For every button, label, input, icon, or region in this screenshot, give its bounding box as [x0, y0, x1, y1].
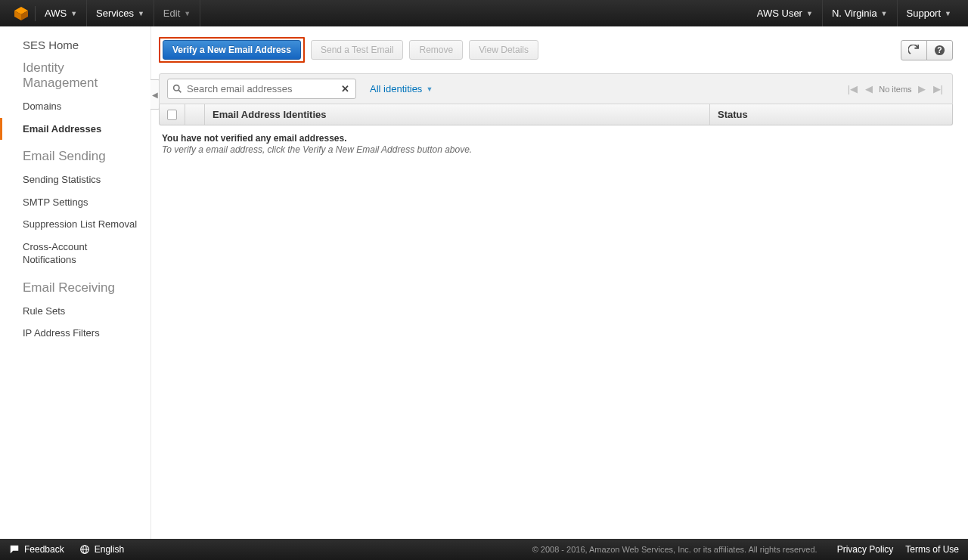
user-menu-label: AWS User	[757, 8, 802, 19]
page-last-icon[interactable]: ▶|	[932, 83, 945, 94]
svg-text:?: ?	[937, 46, 942, 54]
caret-down-icon: ▼	[70, 10, 77, 17]
help-icon: ?	[934, 45, 945, 56]
search-box[interactable]: ✕	[167, 79, 356, 99]
page-prev-icon[interactable]: ◀	[864, 83, 874, 94]
highlight-box: Verify a New Email Address	[159, 37, 305, 63]
sidebar-item-ip-filters[interactable]: IP Address Filters	[0, 322, 150, 345]
filter-bar: ✕ All identities ▼ |◀ ◀ No items ▶ ▶|	[159, 73, 953, 104]
sidebar-heading-receiving: Email Receiving	[0, 271, 150, 300]
caret-down-icon: ▼	[138, 10, 144, 17]
caret-down-icon: ▼	[426, 85, 433, 93]
table-header-gap	[185, 104, 205, 125]
edit-menu[interactable]: Edit▼	[154, 0, 200, 26]
content-pane: Verify a New Email Address Send a Test E…	[151, 26, 968, 539]
pager: |◀ ◀ No items ▶ ▶|	[846, 83, 945, 94]
sidebar-ses-home[interactable]: SES Home	[0, 34, 88, 56]
edit-menu-label: Edit	[163, 8, 180, 19]
support-menu[interactable]: Support▼	[898, 0, 960, 26]
action-toolbar: Verify a New Email Address Send a Test E…	[159, 37, 953, 63]
sidebar-item-rule-sets[interactable]: Rule Sets	[0, 300, 150, 323]
sidebar-item-sending-stats[interactable]: Sending Statistics	[0, 169, 150, 191]
top-navigation: AWS▼ Services▼ Edit▼ AWS User▼ N. Virgin…	[0, 0, 968, 26]
privacy-link[interactable]: Privacy Policy	[837, 544, 894, 555]
footer: Feedback English © 2008 - 2016, Amazon W…	[0, 539, 968, 560]
globe-icon	[79, 544, 90, 555]
sidebar-item-email-addresses[interactable]: Email Addresses	[0, 118, 150, 141]
help-button[interactable]: ?	[926, 40, 953, 60]
feedback-icon	[9, 544, 20, 555]
page-next-icon[interactable]: ▶	[917, 83, 927, 94]
copyright-text: © 2008 - 2016, Amazon Web Services, Inc.…	[532, 545, 818, 554]
page-first-icon[interactable]: |◀	[846, 83, 859, 94]
terms-link[interactable]: Terms of Use	[905, 544, 959, 555]
identity-filter-dropdown[interactable]: All identities ▼	[370, 83, 433, 94]
column-email-identities[interactable]: Email Address Identities	[205, 104, 710, 125]
region-menu-label: N. Virginia	[832, 8, 877, 19]
aws-menu[interactable]: AWS▼	[36, 0, 87, 26]
checkbox-icon	[167, 110, 177, 120]
caret-down-icon: ▼	[806, 10, 813, 17]
select-all-checkbox[interactable]	[160, 104, 185, 125]
feedback-link[interactable]: Feedback	[24, 544, 64, 555]
svg-line-6	[178, 90, 181, 92]
caret-down-icon: ▼	[881, 10, 888, 17]
column-status[interactable]: Status	[710, 104, 952, 125]
sidebar-heading-sending: Email Sending	[0, 140, 150, 169]
empty-state: You have not verified any email addresse…	[159, 125, 953, 162]
sidebar-item-cross-account[interactable]: Cross-Account Notifications	[0, 236, 150, 271]
sidebar-item-suppression[interactable]: Suppression List Removal	[0, 213, 150, 236]
empty-line2: To verify a email address, click the Ver…	[162, 144, 950, 155]
sidebar-heading-identity: Identity Management	[0, 51, 150, 95]
table-header: Email Address Identities Status	[159, 104, 953, 125]
clear-search-icon[interactable]: ✕	[340, 83, 351, 94]
empty-line1: You have not verified any email addresse…	[162, 133, 950, 144]
aws-cube-icon	[14, 6, 29, 21]
search-input[interactable]	[184, 81, 340, 97]
services-menu-label: Services	[96, 8, 134, 19]
view-details-button[interactable]: View Details	[469, 40, 538, 60]
region-menu[interactable]: N. Virginia▼	[823, 0, 898, 26]
identity-filter-label: All identities	[370, 83, 422, 94]
sidebar-item-domains[interactable]: Domains	[0, 95, 150, 118]
services-menu[interactable]: Services▼	[87, 0, 154, 26]
sidebar: ◀ SES Home Identity Management Domains E…	[0, 26, 151, 539]
remove-button[interactable]: Remove	[409, 40, 463, 60]
support-menu-label: Support	[907, 8, 942, 19]
user-menu[interactable]: AWS User▼	[748, 0, 823, 26]
caret-down-icon: ▼	[184, 10, 191, 17]
refresh-icon	[908, 45, 920, 56]
page-status: No items	[879, 85, 911, 94]
send-test-email-button[interactable]: Send a Test Email	[311, 40, 404, 60]
aws-menu-label: AWS	[45, 8, 67, 19]
sidebar-item-smtp[interactable]: SMTP Settings	[0, 191, 150, 214]
caret-down-icon: ▼	[945, 10, 951, 17]
refresh-button[interactable]	[901, 40, 927, 60]
search-icon	[172, 84, 182, 94]
language-link[interactable]: English	[95, 544, 124, 555]
verify-new-email-button[interactable]: Verify a New Email Address	[163, 40, 301, 60]
svg-point-5	[174, 85, 179, 91]
